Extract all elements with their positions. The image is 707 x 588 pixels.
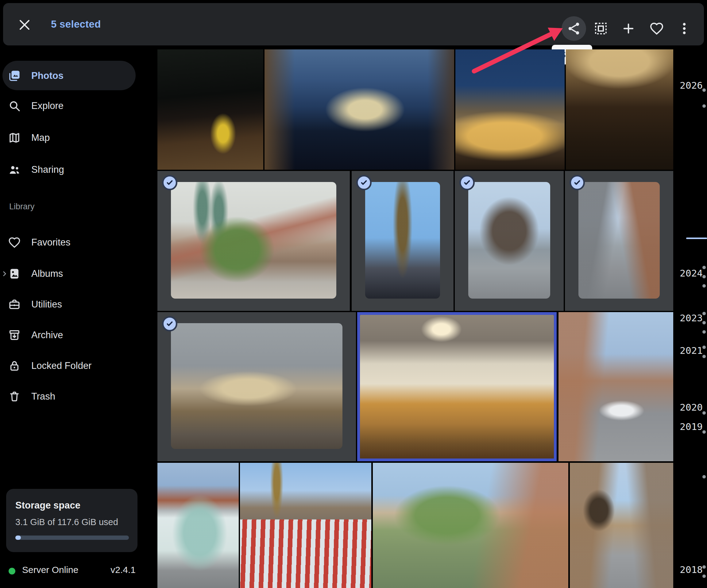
timeline-scrubber[interactable]: 2026 2024 2023 2021 2020 2019 2018: [670, 0, 707, 588]
photo-thumbnail-selected[interactable]: [158, 312, 356, 461]
timeline-scrub-position[interactable]: [686, 237, 707, 239]
search-icon: [8, 99, 21, 112]
sidebar-item-label: Sharing: [31, 164, 64, 175]
server-status-row: Server Online v2.4.1: [6, 564, 137, 578]
add-to-button[interactable]: [621, 21, 636, 36]
albums-icon: [8, 267, 21, 280]
timeline-dot: [702, 346, 706, 349]
timeline-dot: [702, 430, 706, 434]
timeline-dot: [702, 355, 706, 358]
sidebar-item-label: Albums: [31, 268, 63, 279]
timeline-dot: [702, 88, 706, 92]
library-section-label: Library: [9, 202, 35, 211]
timeline-dot: [702, 575, 706, 578]
sidebar-item-label: Trash: [31, 391, 55, 402]
photos-app: 5 selected: [0, 0, 707, 588]
sidebar-item-label: Favorites: [31, 237, 70, 248]
server-status-label: Server Online: [22, 565, 78, 575]
archive-icon: [8, 329, 21, 341]
add-icon: [621, 21, 636, 36]
favorites-icon: [8, 236, 21, 249]
photo-thumbnail-selected[interactable]: [565, 171, 673, 311]
sidebar-item-trash[interactable]: Trash: [0, 382, 141, 411]
share-button[interactable]: [567, 21, 581, 36]
selected-check-icon[interactable]: [162, 175, 177, 190]
selected-count-label: 5 selected: [51, 19, 101, 30]
photo-thumbnail[interactable]: [570, 463, 673, 588]
photo-thumbnail-selected[interactable]: [455, 171, 564, 311]
storage-progress-track: [15, 535, 129, 540]
timeline-year[interactable]: 2021: [680, 344, 703, 357]
selected-check-icon[interactable]: [570, 175, 585, 190]
select-all-icon: [594, 21, 608, 36]
sidebar-item-label: Map: [31, 132, 50, 143]
selected-check-icon[interactable]: [356, 175, 372, 190]
timeline-dot: [702, 284, 706, 288]
photo-thumbnail-selected[interactable]: [158, 171, 350, 311]
map-icon: [8, 131, 21, 144]
utilities-icon: [8, 298, 21, 311]
photo-thumbnail[interactable]: [158, 463, 239, 588]
sidebar-item-label: Explore: [31, 100, 64, 111]
timeline-year[interactable]: 2024: [680, 266, 703, 280]
sidebar-item-map[interactable]: Map: [0, 123, 141, 153]
sidebar-item-label: Locked Folder: [31, 360, 92, 371]
timeline-dot: [702, 411, 706, 415]
photo-thumbnail-selected[interactable]: [352, 171, 453, 311]
timeline-dot: [702, 312, 706, 315]
photo-thumbnail[interactable]: [559, 312, 673, 461]
sidebar-item-explore[interactable]: Explore: [0, 91, 141, 121]
timeline-year[interactable]: 2023: [680, 311, 703, 325]
photos-icon: [8, 69, 21, 82]
sidebar-item-utilities[interactable]: Utilities: [0, 290, 141, 319]
timeline-year[interactable]: 2019: [680, 420, 703, 433]
sidebar-item-archive[interactable]: Archive: [0, 320, 141, 350]
timeline-dot: [702, 104, 706, 108]
photo-thumbnail[interactable]: [566, 50, 673, 170]
photo-thumbnail[interactable]: [373, 463, 568, 588]
lock-icon: [8, 359, 21, 372]
timeline-dot: [702, 565, 706, 569]
timeline-year[interactable]: 2018: [680, 563, 703, 576]
photo-thumbnail[interactable]: [240, 463, 371, 588]
selected-check-icon[interactable]: [459, 175, 475, 190]
select-all-button[interactable]: [594, 21, 608, 36]
timeline-dot: [702, 330, 706, 334]
photo-thumbnail[interactable]: [265, 50, 454, 170]
selection-toolbar: 5 selected: [3, 3, 704, 45]
server-version: v2.4.1: [110, 565, 136, 575]
favorite-button[interactable]: [649, 21, 664, 36]
share-icon: [567, 21, 581, 36]
timeline-dot: [702, 275, 706, 279]
timeline-year[interactable]: 2026: [680, 78, 703, 92]
timeline-year[interactable]: 2020: [680, 400, 703, 414]
sharing-icon: [8, 163, 21, 176]
storage-progress-fill: [15, 535, 21, 540]
timeline-dot: [702, 475, 706, 479]
trash-icon: [8, 390, 21, 403]
server-status-dot: [9, 568, 15, 575]
sidebar-item-sharing[interactable]: Sharing: [0, 155, 141, 185]
sidebar-item-favorites[interactable]: Favorites: [0, 228, 141, 257]
sidebar-item-photos[interactable]: Photos: [0, 61, 141, 91]
timeline-dot: [702, 321, 706, 324]
storage-card: Storage space 3.1 GiB of 117.6 GiB used: [6, 489, 137, 552]
sidebar: Photos Explore Map Sharing Library: [0, 45, 144, 588]
sidebar-item-albums[interactable]: Albums: [0, 259, 141, 289]
close-selection-button[interactable]: [17, 18, 32, 32]
sidebar-item-label: Utilities: [31, 299, 62, 310]
timeline-dot: [702, 266, 706, 269]
sidebar-item-locked-folder[interactable]: Locked Folder: [0, 351, 141, 381]
photo-thumbnail[interactable]: [456, 50, 565, 170]
sidebar-item-label: Archive: [31, 330, 63, 341]
chevron-right-icon[interactable]: [1, 270, 9, 278]
storage-title: Storage space: [15, 500, 80, 511]
close-icon: [17, 29, 32, 33]
selected-check-icon[interactable]: [162, 316, 177, 331]
photo-thumbnail-focused[interactable]: [357, 312, 557, 461]
sidebar-item-label: Photos: [31, 70, 64, 81]
favorite-icon: [649, 21, 664, 36]
photo-thumbnail[interactable]: [158, 50, 263, 170]
storage-usage: 3.1 GiB of 117.6 GiB used: [15, 517, 118, 527]
